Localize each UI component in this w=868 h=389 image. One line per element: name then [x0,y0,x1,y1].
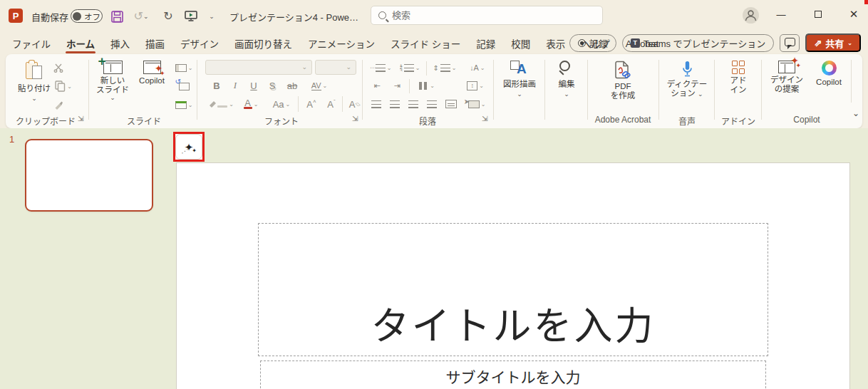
align-left-button[interactable] [368,96,385,112]
chevron-down-icon: ⌄ [188,65,193,71]
minimize-button[interactable]: — [767,0,795,28]
copilot-logo-icon [822,61,837,76]
slide-number: 1 [9,134,14,145]
collapse-ribbon-button[interactable]: ⌄ [852,108,859,118]
tab-transitions[interactable]: 画面切り替え [227,33,300,54]
convert-smartart-button[interactable]: ➤⌄ [463,96,490,112]
subtitle-placeholder[interactable]: サブタイトルを入力 [260,361,766,389]
columns-button[interactable]: ⌄ [413,78,440,93]
distribute-columns-button[interactable] [442,96,460,112]
search-icon [378,11,386,19]
new-slide-button[interactable]: + 新しい スライド ⌄ [93,58,133,115]
autosave-toggle[interactable]: オフ [71,9,103,23]
mini-separator [298,96,299,112]
copy-button[interactable]: ⌄ [50,78,77,94]
font-color-button[interactable]: A⌄ [238,96,264,112]
section-button[interactable]: ⌄ [171,97,197,113]
font-name-combobox[interactable]: ⌄ [205,60,312,75]
drawing-button[interactable]: A 図形描画 ⌄ [497,58,542,115]
tab-design[interactable]: デザイン [172,33,227,54]
chevron-down-icon: ⌄ [110,95,115,101]
save-button[interactable] [108,9,125,24]
present-in-teams-button[interactable]: TTeams でプレゼンテーション [622,34,775,52]
redo-button[interactable]: ↻ [160,9,177,24]
designer-icon: ✦✦ [778,61,795,73]
tab-draw[interactable]: 描画 [138,33,172,54]
dictate-button[interactable]: ディクテー ション ⌄ [663,58,711,115]
font-group-label: フォント [205,115,358,127]
align-right-icon [408,100,418,108]
tab-slideshow[interactable]: スライド ショー [383,33,468,54]
italic-button[interactable]: I [227,78,244,93]
decrease-indent-button[interactable]: ⇤ [368,78,386,93]
editing-button[interactable]: 編集 ⌄ [549,58,584,115]
underline-button[interactable]: U [245,78,262,93]
comment-icon [785,38,795,46]
record-button[interactable]: 記録 [569,34,616,52]
character-spacing-button[interactable]: AV⌄ [305,78,334,93]
create-pdf-button[interactable]: PDF を作成 [591,58,654,115]
account-avatar[interactable] [743,7,759,24]
font-dialog-launcher[interactable]: ⇲ [352,115,358,123]
bullets-button[interactable]: ⋮⌄ [368,60,395,76]
annotation-red-box: ✦ ✦ ⋰ [173,132,205,162]
copilot-button[interactable]: Copilot [810,58,848,115]
tab-home[interactable]: ホーム [58,33,103,54]
chevron-down-icon: ⌄ [698,90,703,98]
paragraph-dialog-launcher[interactable]: ⇲ [482,115,487,123]
close-button[interactable]: ✕ [839,0,868,28]
font-size-combobox[interactable]: ⌄ [315,60,356,75]
chevron-down-icon: ⌄ [67,83,72,90]
numbering-button[interactable]: 1 2 3⌄ [396,60,423,76]
share-button[interactable]: ⇗共有⌄ [805,33,861,52]
chevron-down-icon: ⌄ [517,91,522,98]
justify-icon [427,100,437,108]
title-placeholder[interactable]: タイトルを入力 [258,223,768,356]
addins-button[interactable]: アド イン [718,58,758,115]
design-ideas-button[interactable]: ✦✦ デザイン の提案 [765,58,808,115]
text-shadow-button[interactable]: S [264,78,281,93]
start-slideshow-button[interactable] [182,9,200,24]
increase-indent-button[interactable]: ⇥ [388,78,406,93]
paste-button[interactable]: 貼り付け ⌄ [16,58,53,115]
undo-button[interactable]: ↺⌄ [133,9,150,24]
clipboard-dialog-launcher[interactable]: ⇲ [78,115,83,123]
increase-font-size-button[interactable]: A˄ [302,96,321,112]
slide-canvas[interactable]: タイトルを入力 サブタイトルを入力 [176,162,850,389]
search-input[interactable] [392,10,595,21]
comments-button[interactable] [780,34,800,52]
tab-review[interactable]: 校閲 [503,33,538,54]
format-painter-button[interactable] [50,97,67,113]
slide-layout-button[interactable]: ⌄ [171,60,197,76]
distribute-icon [445,100,457,108]
change-case-button[interactable]: Aa⌄ [268,96,295,112]
slides-copilot-button[interactable]: ✦✦ Copilot [134,58,170,115]
text-highlight-button[interactable]: ⌄ [208,96,234,112]
search-box[interactable] [371,6,603,25]
tab-file[interactable]: ファイル [4,33,58,54]
tab-record[interactable]: 記録 [468,33,503,54]
tab-animations[interactable]: アニメーション [300,33,383,54]
maximize-button[interactable] [804,0,832,28]
decrease-font-size-button[interactable]: Aˇ [322,96,341,112]
powerpoint-window: P 自動保存 オフ ↺⌄ ↻ ⌄ プレゼンテーション4 - Power… — ✕… [0,0,868,389]
bold-button[interactable]: B [208,78,225,93]
strikethrough-button[interactable]: ab [282,78,302,93]
text-direction-button[interactable]: ↓A⌄ [463,60,492,76]
cut-button[interactable] [50,60,67,76]
line-spacing-button[interactable]: ⇕⌄ [430,60,459,76]
reset-slide-button[interactable]: ↺ [171,78,197,94]
autosave-state: オフ [84,11,100,22]
slides-group-label: スライド [91,115,197,127]
designer-quick-button[interactable]: ✦ ✦ ⋰ [175,134,202,160]
align-text-button[interactable]: ↕⌄ [460,78,490,93]
qat-overflow-button[interactable]: ⌄ [205,9,218,24]
align-center-button[interactable] [386,96,403,112]
tab-view[interactable]: 表示 [538,33,573,54]
addins-grid-icon [732,61,745,74]
align-right-button[interactable] [405,96,422,112]
tab-insert[interactable]: 挿入 [103,33,138,54]
justify-button[interactable] [423,96,440,112]
slide-thumbnail[interactable] [25,139,153,212]
sparkle-small-icon: ✦ [192,147,197,154]
